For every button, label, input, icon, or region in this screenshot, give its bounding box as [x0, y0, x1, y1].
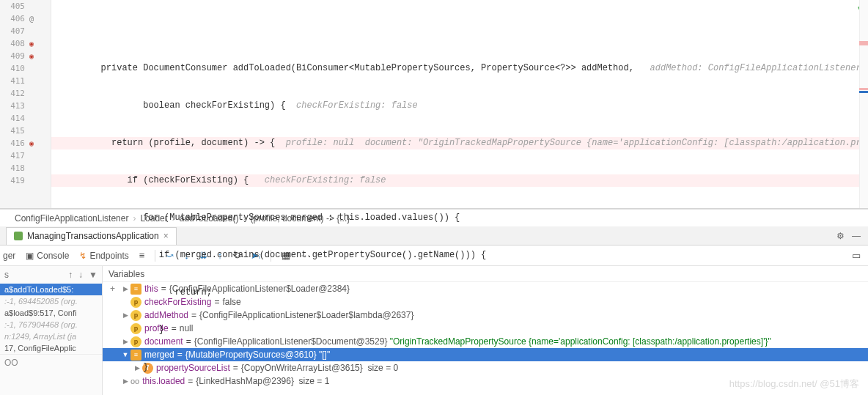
code-text: if (checkForExisting) { [59, 175, 265, 185]
line-number: 408 [4, 39, 25, 48]
breakpoint-icon[interactable]: ◉ [29, 139, 41, 147]
line-number: 406 [4, 14, 25, 23]
code-text: return (profile, document) -> { [59, 138, 286, 148]
code-text: boolean checkForExisting) { [59, 100, 296, 111]
code-text: for (MutablePropertySources merged : thi… [59, 213, 460, 223]
line-number: 416 [4, 139, 25, 148]
glasses-icon[interactable]: OO [4, 358, 18, 368]
line-number: 412 [4, 89, 25, 98]
breakpoint-icon[interactable]: ◉ [29, 40, 41, 48]
gutter[interactable]: 405 406@ 407 408◉ 409◉ 410 411 412 413 4… [0, 0, 51, 208]
line-number: 413 [4, 101, 25, 111]
code-text: } [59, 325, 164, 335]
code-area[interactable]: private DocumentConsumer addToLoaded(BiC… [51, 0, 859, 395]
line-number: 418 [4, 163, 25, 173]
line-number: 410 [4, 64, 25, 73]
code-editor[interactable]: ✔ 405 406@ 407 408◉ 409◉ 410 411 412 413… [0, 0, 868, 209]
code-text: private DocumentConsumer addToLoaded(BiC… [59, 63, 634, 73]
line-number: 419 [4, 176, 25, 185]
breakpoint-icon[interactable]: ◉ [29, 52, 41, 60]
frames-title: s [4, 270, 9, 280]
spring-boot-icon [14, 232, 23, 240]
inline-hint: profile: null document: "OriginTrackedMa… [286, 138, 859, 148]
line-number: 407 [4, 26, 25, 36]
tab-debugger[interactable]: ger [3, 251, 15, 261]
code-text: } [59, 362, 148, 372]
code-text: if (merged.contains(document.getProperty… [59, 250, 486, 260]
at-sign: @ [29, 15, 41, 23]
inline-hint: addMethod: ConfigFileApplicationListener… [634, 63, 859, 73]
line-number: 411 [4, 76, 25, 86]
code-text: return; [59, 287, 212, 298]
line-number: 414 [4, 114, 25, 123]
line-number: 415 [4, 126, 25, 136]
line-number: 417 [4, 151, 25, 160]
line-number: 405 [4, 1, 25, 11]
line-number: 409 [4, 51, 25, 61]
inline-hint: checkForExisting: false [265, 175, 386, 185]
minimap[interactable] [859, 0, 868, 208]
console-icon: ▣ [26, 251, 34, 261]
inline-hint: checkForExisting: false [296, 100, 418, 111]
